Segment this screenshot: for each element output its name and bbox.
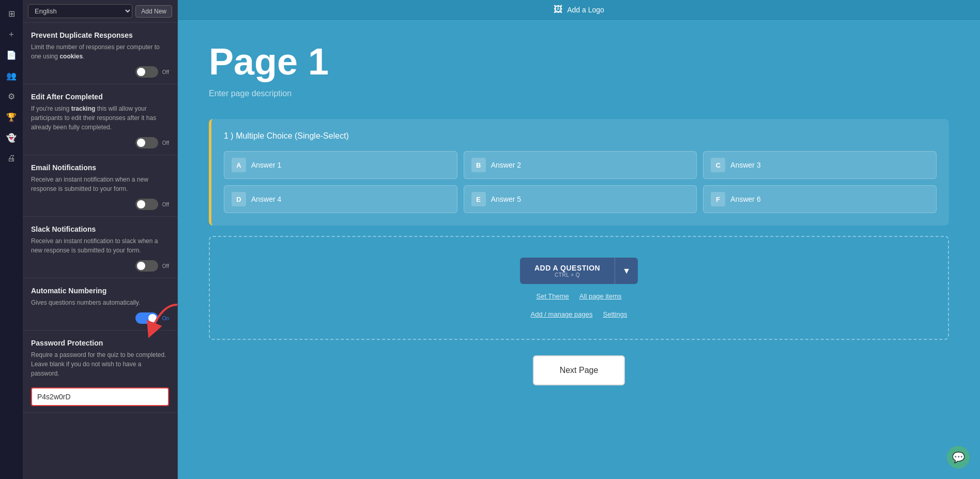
answer-letter-c: C (711, 158, 725, 172)
edit-after-completed-title: Edit After Completed (31, 93, 169, 101)
password-input[interactable]: P4s2w0rD (31, 387, 169, 406)
answer-letter-d: D (232, 192, 246, 206)
file-icon[interactable]: 📄 (2, 46, 21, 64)
email-notifications-toggle[interactable] (135, 199, 158, 210)
header-bar: 🖼 Add a Logo (178, 0, 980, 20)
answer-a[interactable]: A Answer 1 (224, 151, 457, 179)
answer-letter-e: E (471, 192, 486, 206)
password-protection-desc: Require a password for the quiz to be co… (31, 350, 169, 378)
edit-after-completed-toggle[interactable] (135, 137, 158, 148)
automatic-numbering-toggle[interactable] (135, 312, 158, 324)
add-logo-button[interactable]: 🖼 Add a Logo (554, 4, 604, 15)
answer-letter-a: A (232, 158, 246, 172)
email-notifications-section: Email Notifications Receive an instant n… (23, 155, 177, 217)
answer-text-b: Answer 2 (491, 161, 521, 169)
answer-letter-f: F (711, 192, 725, 206)
edit-after-completed-desc: If you're using tracking this will allow… (31, 104, 169, 132)
add-question-area: ADD A QUESTION CTRL + Q ▼ Set Theme All … (209, 236, 949, 340)
add-new-button[interactable]: Add New (135, 5, 172, 18)
automatic-numbering-toggle-wrapper: On (135, 312, 169, 324)
automatic-numbering-section: Automatic Numbering Gives questions numb… (23, 278, 177, 331)
add-manage-pages-link[interactable]: Add / manage pages (531, 310, 593, 318)
automatic-numbering-title: Automatic Numbering (31, 287, 169, 295)
action-links: Set Theme All page items Add / manage pa… (531, 292, 627, 318)
action-links-row-2: Add / manage pages Settings (531, 310, 627, 318)
add-question-btn-row: ADD A QUESTION CTRL + Q ▼ (520, 258, 638, 284)
action-links-row-1: Set Theme All page items (536, 292, 621, 300)
next-page-button[interactable]: Next Page (533, 355, 625, 385)
prevent-duplicate-section: Prevent Duplicate Responses Limit the nu… (23, 23, 177, 84)
slack-notifications-toggle[interactable] (135, 260, 158, 272)
email-notifications-toggle-wrapper: Off (135, 199, 169, 210)
main-content: 🖼 Add a Logo Page 1 Enter page descripti… (178, 0, 980, 479)
answer-text-c: Answer 3 (730, 161, 760, 169)
slack-notifications-desc: Receive an instant notification to slack… (31, 236, 169, 255)
icon-bar: ⊞ ＋ 📄 👥 ⚙ 🏆 👻 🖨 (0, 0, 23, 479)
answer-b[interactable]: B Answer 2 (464, 151, 697, 179)
grid-icon[interactable]: ⊞ (2, 4, 21, 23)
answer-letter-b: B (471, 158, 486, 172)
edit-after-completed-section: Edit After Completed If you're using tra… (23, 84, 177, 155)
answers-grid: A Answer 1 B Answer 2 C Answer 3 D Answe… (224, 151, 937, 213)
prevent-duplicate-toggle-wrapper: Off (135, 66, 169, 78)
language-row: English Spanish French German Add New (23, 0, 177, 23)
users-icon[interactable]: 👥 (2, 66, 21, 85)
add-question-button[interactable]: ADD A QUESTION CTRL + Q (520, 258, 615, 284)
edit-after-completed-toggle-wrapper: Off (135, 137, 169, 148)
prevent-duplicate-title: Prevent Duplicate Responses (31, 31, 169, 39)
prevent-duplicate-toggle[interactable] (135, 66, 158, 78)
trophy-icon[interactable]: 🏆 (2, 108, 21, 126)
add-logo-label: Add a Logo (567, 6, 604, 14)
automatic-numbering-desc: Gives questions numbers automatically. (31, 298, 169, 307)
answer-f[interactable]: F Answer 6 (703, 185, 937, 213)
answer-c[interactable]: C Answer 3 (703, 151, 937, 179)
answer-e[interactable]: E Answer 5 (464, 185, 697, 213)
ghost-icon[interactable]: 👻 (2, 128, 21, 147)
slack-notifications-section: Slack Notifications Receive an instant n… (23, 217, 177, 278)
settings-link[interactable]: Settings (603, 310, 627, 318)
question-number: 1 (224, 131, 228, 140)
question-type: Multiple Choice (Single-Select) (236, 131, 349, 140)
all-page-items-link[interactable]: All page items (579, 292, 622, 300)
answer-text-a: Answer 1 (251, 161, 281, 169)
page-title: Page 1 (209, 40, 949, 83)
add-question-label: ADD A QUESTION (534, 264, 600, 272)
password-protection-section: Password Protection Require a password f… (23, 331, 177, 413)
printer-icon[interactable]: 🖨 (2, 149, 21, 168)
answer-d[interactable]: D Answer 4 (224, 185, 457, 213)
chat-icon: 💬 (952, 451, 965, 463)
question-card: 1 ) Multiple Choice (Single-Select) A An… (209, 119, 949, 226)
sidebar: English Spanish French German Add New Pr… (23, 0, 178, 479)
gear-icon[interactable]: ⚙ (2, 87, 21, 106)
chat-button[interactable]: 💬 (947, 446, 970, 469)
answer-text-f: Answer 6 (730, 195, 760, 203)
answer-text-d: Answer 4 (251, 195, 281, 203)
slack-notifications-title: Slack Notifications (31, 225, 169, 233)
set-theme-link[interactable]: Set Theme (536, 292, 569, 300)
question-title: 1 ) Multiple Choice (Single-Select) (224, 131, 937, 141)
language-select[interactable]: English Spanish French German (28, 4, 132, 18)
slack-notifications-toggle-wrapper: Off (135, 260, 169, 272)
page-content: Page 1 Enter page description 1 ) Multip… (178, 20, 980, 479)
plus-icon[interactable]: ＋ (2, 25, 21, 43)
email-notifications-title: Email Notifications (31, 163, 169, 172)
page-description[interactable]: Enter page description (209, 89, 949, 98)
prevent-duplicate-desc: Limit the number of responses per comput… (31, 42, 169, 61)
image-icon: 🖼 (554, 4, 563, 15)
add-question-shortcut: CTRL + Q (534, 272, 600, 278)
add-question-dropdown-button[interactable]: ▼ (615, 258, 638, 284)
email-notifications-desc: Receive an instant notification when a n… (31, 175, 169, 193)
answer-text-e: Answer 5 (491, 195, 521, 203)
password-protection-title: Password Protection (31, 339, 169, 347)
